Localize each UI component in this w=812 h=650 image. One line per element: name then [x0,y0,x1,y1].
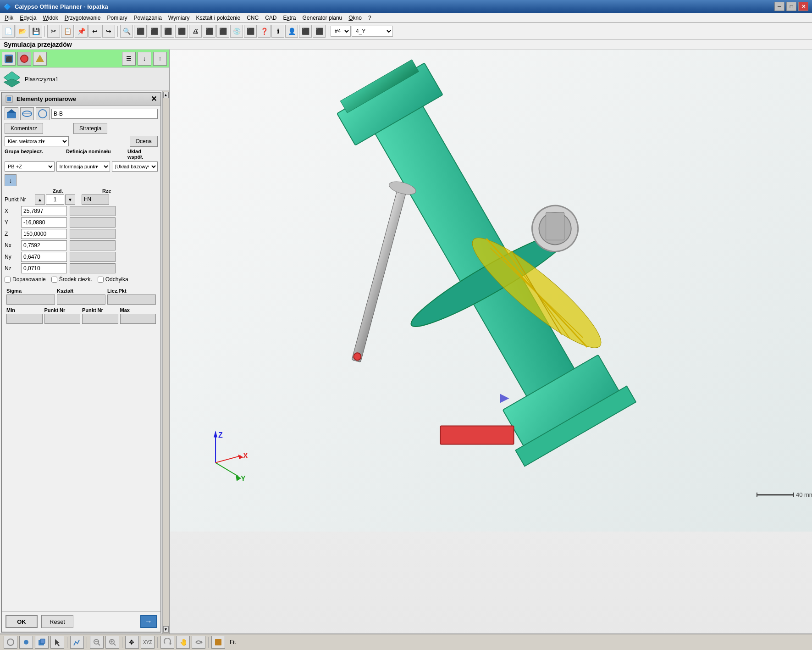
cut-button[interactable]: ✂ [47,25,60,38]
icon-btn-1[interactable] [5,107,18,120]
plane-item[interactable]: Plaszczyzna1 [0,68,169,91]
status-circle-button[interactable] [4,636,17,649]
undo-button[interactable]: ↩ [88,25,101,38]
menu-widok[interactable]: Widok [40,14,61,22]
nz-input[interactable]: 0,0710 [21,263,67,273]
select2[interactable]: Informacja punk▾ [56,161,110,172]
maximize-button[interactable]: □ [786,2,796,11]
kier-select[interactable]: Kier. wektora zi▾ [5,136,69,146]
menu-extra[interactable]: Extra [281,14,299,22]
x-input[interactable]: 25,7897 [21,206,67,216]
komentarz-button[interactable]: Komentarz [5,123,43,134]
punkt-nr2-input[interactable] [44,314,81,324]
down-arrow-button[interactable]: ↓ [5,174,17,186]
menu-help[interactable]: ? [365,14,374,22]
new-button[interactable]: 📄 [2,25,15,38]
tb14-button[interactable]: 💿 [230,25,243,38]
nx-input[interactable]: 0,7592 [21,240,67,250]
mini-btn-right-3[interactable]: ↑ [153,52,167,66]
status-xyz-button[interactable]: XYZ [141,636,155,649]
elementy-close[interactable]: ✕ [151,94,157,103]
menu-plik[interactable]: Plik [2,14,16,22]
forward-button[interactable]: → [140,615,157,628]
reset-button[interactable]: Reset [41,615,73,628]
icon-btn-2[interactable] [20,107,34,120]
menu-ksztalt[interactable]: Kształt i położenie [193,14,243,22]
menu-okno[interactable]: Okno [346,14,365,22]
combo-4y[interactable]: 4_Y [352,26,393,37]
tb7-button[interactable]: ⬛ [134,25,147,38]
licz-pkt-input[interactable] [107,294,156,305]
scroll-up-button[interactable]: ▲ [163,92,169,98]
ny-input[interactable]: 0,6470 [21,252,67,262]
srodek-check[interactable]: Środek ciezk. [51,276,92,283]
status-pan-button[interactable]: ✥ [125,636,139,649]
status-zoom-in-button[interactable] [105,636,119,649]
mini-btn-right-2[interactable]: ↓ [138,52,151,66]
punkt-nr3-input[interactable] [82,314,118,324]
select3[interactable]: [Układ bazowy▾ [112,161,158,172]
tb11-button[interactable]: 🖨 [189,25,202,38]
tb8-button[interactable]: ⬛ [148,25,160,38]
menu-cnc[interactable]: CNC [244,14,261,22]
minimize-button[interactable]: ─ [774,2,784,11]
help-button[interactable]: ❓ [258,25,271,38]
status-chart-button[interactable] [70,636,84,649]
open-button[interactable]: 📂 [16,25,28,38]
scroll-down-button[interactable]: ▼ [163,626,169,633]
status-cursor-button[interactable] [50,636,64,649]
menu-wymiary[interactable]: Wymiary [166,14,193,22]
spin-down-button[interactable]: ▼ [65,194,75,205]
close-button[interactable]: ✕ [798,2,808,11]
z-input[interactable]: 150,0000 [21,229,67,239]
status-cube-button[interactable] [35,636,49,649]
status-hand-button[interactable]: 🤚 [176,636,190,649]
ok-button[interactable]: OK [6,615,38,628]
copy-button[interactable]: 📋 [61,25,74,38]
min-input[interactable] [6,314,43,324]
menu-cad[interactable]: CAD [262,14,279,22]
status-orbit-button[interactable] [192,636,205,649]
save-button[interactable]: 💾 [29,25,42,38]
strategia-button[interactable]: Strategia [73,123,107,134]
punkt-nr-input[interactable]: 1 [46,194,64,205]
icon-btn-3[interactable] [36,107,50,120]
dopasowanie-check[interactable]: Dopasowanie [5,276,46,283]
status-dot-button[interactable] [19,636,33,649]
status-rotate-button[interactable] [160,636,174,649]
paste-button[interactable]: 📌 [75,25,88,38]
viewport[interactable]: Symulacja ✕ [170,50,812,633]
ocena-button[interactable]: Ocena [130,136,158,147]
status-zoom-out-button[interactable] [90,636,104,649]
tb20-button[interactable]: ⬛ [313,25,326,38]
tb9-button[interactable]: ⬛ [161,25,174,38]
name-field[interactable]: B-B [51,109,158,119]
mini-btn-2[interactable] [17,52,31,66]
spin-up-button[interactable]: ▲ [35,194,45,205]
left-scrollbar[interactable]: ▲ ▼ [162,91,169,633]
menu-przygotowanie[interactable]: Przygotowanie [62,14,104,22]
menu-powiazania[interactable]: Powiązania [131,14,164,22]
tb10-button[interactable]: ⬛ [175,25,188,38]
search-button[interactable]: 🔍 [120,25,133,38]
menu-edycja[interactable]: Edycja [17,14,39,22]
tb18-button[interactable]: 👤 [285,25,298,38]
undo2-button[interactable]: ↪ [102,25,115,38]
menu-generator[interactable]: Generator planu [300,14,345,22]
tb12-button[interactable]: ⬛ [203,25,215,38]
mini-btn-3[interactable] [33,52,47,66]
odchylka-check[interactable]: Odchyłka [98,276,128,283]
mini-btn-right-1[interactable]: ☰ [122,52,136,66]
y-input[interactable]: -16,0880 [21,217,67,228]
select1[interactable]: PB +Z [5,161,55,172]
tb19-button[interactable]: ⬛ [299,25,312,38]
status-view-button[interactable] [211,636,225,649]
menu-pomiary[interactable]: Pomiary [104,14,130,22]
max-input[interactable] [120,314,156,324]
ksztalt-input[interactable] [57,294,105,305]
combo-4[interactable]: #4 [331,26,351,37]
sigma-input[interactable] [6,294,55,305]
tb15-button[interactable]: ⬛ [244,25,257,38]
tb13-button[interactable]: ⬛ [216,25,229,38]
mini-btn-1[interactable]: ⬛ [2,52,16,66]
